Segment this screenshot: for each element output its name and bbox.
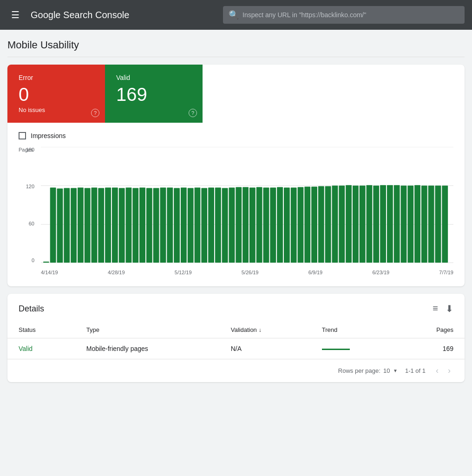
col-validation: Validation ↓ [220,322,311,338]
chart-bars-area: 3 [41,147,453,263]
main-card: Error 0 No issues ? Valid 169 ? Impressi… [7,65,465,286]
svg-rect-41 [298,187,304,262]
svg-rect-62 [442,185,448,263]
svg-rect-35 [256,187,262,262]
svg-rect-40 [291,188,297,263]
svg-rect-30 [222,188,228,263]
y-axis: 180 120 60 0 [19,147,37,263]
svg-rect-38 [277,187,283,262]
y-label-180: 180 [26,147,34,152]
svg-rect-33 [243,187,249,262]
row-pages: 169 [397,338,465,359]
logo: Google Search Console [31,10,129,20]
error-help-icon[interactable]: ? [91,109,99,117]
svg-rect-11 [92,188,98,263]
details-actions: ≡ ⬇ [433,303,453,314]
rows-per-page-dropdown[interactable]: 10 25 50 ▼ [383,367,398,374]
next-page-button[interactable]: › [445,365,453,377]
svg-rect-23 [174,188,180,263]
table-row: Valid Mobile-friendly pages N/A 169 [7,338,465,359]
svg-rect-55 [394,185,400,263]
row-validation: N/A [220,338,311,359]
svg-rect-31 [229,188,235,263]
details-title: Details [19,304,44,314]
valid-help-icon[interactable]: ? [189,109,197,117]
details-card: Details ≡ ⬇ Status Type Validation ↓ [7,294,465,382]
details-header: Details ≡ ⬇ [7,294,465,322]
svg-rect-52 [373,185,379,263]
svg-rect-22 [167,188,173,263]
header: ☰ Google Search Console 🔍 [0,0,472,30]
svg-rect-6 [57,189,63,263]
svg-rect-46 [332,185,338,263]
x-axis: 4/14/19 4/28/19 5/12/19 5/26/19 6/9/19 6… [41,263,453,277]
error-tile-count: 0 [19,85,94,104]
svg-rect-58 [414,185,420,263]
page-content: Mobile Usability Error 0 No issues ? Val… [0,30,472,399]
svg-rect-27 [201,188,207,263]
svg-rect-21 [160,188,166,263]
search-bar[interactable]: 🔍 [223,6,465,24]
valid-tile-count: 169 [116,85,191,104]
col-type: Type [75,322,220,338]
error-tile[interactable]: Error 0 No issues ? [7,65,105,123]
x-label-2: 5/12/19 [175,270,192,275]
trend-line [322,349,350,350]
x-label-5: 6/23/19 [372,270,389,275]
filter-icon[interactable]: ≡ [433,303,438,314]
chart-legend: Impressions [19,132,453,139]
valid-tile[interactable]: Valid 169 ? [105,65,203,123]
search-input[interactable] [243,11,459,19]
svg-rect-44 [318,186,324,263]
svg-rect-19 [146,188,152,263]
col-trend: Trend [311,322,397,338]
svg-rect-18 [139,188,145,263]
page-title: Mobile Usability [7,39,465,57]
row-type: Mobile-friendly pages [75,338,220,359]
svg-rect-24 [181,188,187,263]
svg-rect-34 [249,188,256,263]
svg-rect-56 [401,185,407,263]
y-label-0: 0 [32,258,34,263]
row-status: Valid [7,338,75,359]
svg-rect-54 [387,185,393,263]
details-table: Status Type Validation ↓ Trend Pages Val… [7,322,465,359]
svg-rect-32 [236,187,242,262]
svg-rect-60 [428,185,434,263]
prev-page-button[interactable]: ‹ [433,365,441,377]
download-icon[interactable]: ⬇ [446,303,453,314]
svg-rect-14 [112,188,118,263]
rows-per-page-select[interactable]: 10 25 50 [383,367,398,374]
svg-rect-29 [215,188,221,263]
svg-rect-8 [71,188,77,263]
svg-rect-48 [346,185,352,263]
x-label-0: 4/14/19 [41,270,58,275]
y-label-120: 120 [26,184,34,189]
svg-rect-26 [195,188,201,263]
app-title: Google Search Console [31,10,129,20]
col-pages: Pages [397,322,465,338]
impressions-checkbox[interactable] [19,132,26,139]
sort-arrow-icon[interactable]: ↓ [259,327,262,333]
svg-rect-37 [270,188,276,263]
search-icon: 🔍 [229,10,239,20]
error-tile-label: Error [19,74,94,81]
x-label-3: 5/26/19 [242,270,259,275]
svg-rect-39 [284,188,290,263]
bars-svg: 3 [41,147,453,263]
x-label-1: 4/28/19 [108,270,125,275]
pagination-range: 1-1 of 1 [405,367,426,374]
svg-rect-51 [367,185,373,263]
svg-rect-9 [78,188,84,263]
y-label-60: 60 [29,221,34,226]
pagination: Rows per page: 10 25 50 ▼ 1-1 of 1 ‹ › [7,359,465,382]
svg-rect-36 [263,188,269,263]
impressions-label: Impressions [31,132,66,139]
row-trend [311,338,397,359]
svg-rect-5 [50,188,56,263]
menu-icon[interactable]: ☰ [7,6,23,24]
rows-per-page-label: Rows per page: [338,367,380,374]
x-label-6: 7/7/19 [439,270,453,275]
svg-rect-57 [407,185,413,263]
svg-rect-42 [304,186,310,263]
